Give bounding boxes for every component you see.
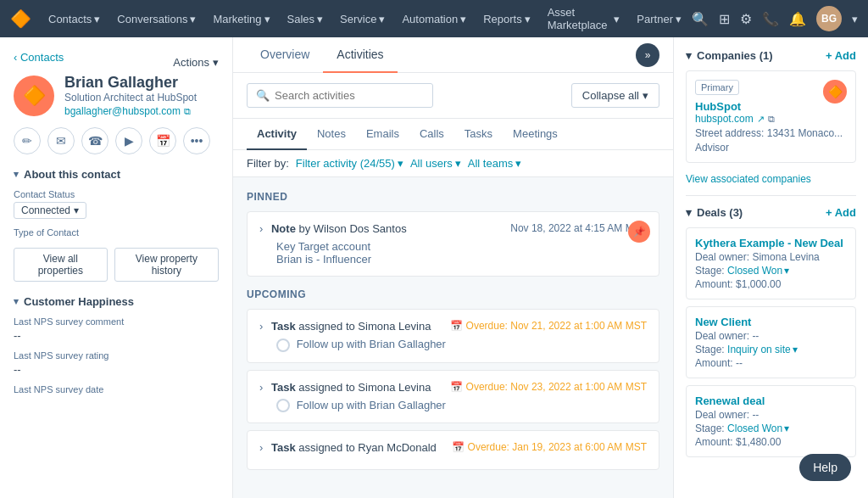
deal-1-stage-value[interactable]: Closed Won ▾ [727,265,789,277]
contact-avatar: 🔶 [14,76,54,116]
nav-sales[interactable]: Sales▾ [281,9,331,29]
user-avatar[interactable]: BG [816,6,842,31]
contact-email[interactable]: bgallagher@hubspot.com ⧉ [64,105,197,117]
more-button[interactable]: ••• [183,127,210,154]
external-link-icon: ↗ [757,114,765,125]
calendar-overdue-3-icon: 📅 [452,441,465,453]
deal-3-owner: Deal owner: -- [695,409,847,421]
tab-activities[interactable]: Activities [323,37,397,73]
collapse-chevron-icon: ▾ [643,89,648,102]
search-icon[interactable]: 🔍 [692,11,709,27]
deal-2-stage-value[interactable]: Inquiry on site ▾ [727,344,798,355]
company-url[interactable]: hubspot.com [695,113,754,125]
task-2-complete-circle[interactable] [276,399,290,412]
task-card-2: › Task assigned to Simona Levina 📅 Overd… [247,370,659,424]
hubspot-logo[interactable]: 🔶 [10,8,31,29]
upcoming-section-title: Upcoming [247,288,659,300]
task-2-chevron-icon[interactable]: › [259,381,263,394]
view-associated-companies-link[interactable]: View associated companies [686,173,856,185]
activities-content: Pinned › Note by Wilson Dos Santos Nov 1… [233,177,673,498]
copy-company-icon[interactable]: ⧉ [768,114,775,125]
edit-button[interactable]: ✏ [14,127,41,154]
pinned-note-type: › Note by Wilson Dos Santos [259,222,407,235]
properties-buttons: View all properties View property histor… [14,248,219,282]
copy-email-icon[interactable]: ⧉ [184,106,191,117]
settings-icon[interactable]: ⚙ [740,11,752,27]
deal-2-stage: Stage: Inquiry on site ▾ [695,344,847,355]
deal-1-stage: Stage: Closed Won ▾ [695,265,847,277]
status-chevron-icon: ▾ [74,204,79,216]
contact-header: 🔶 Brian Gallagher Solution Architect at … [14,74,219,117]
companies-section-header: ▾ Companies (1) + Add [686,49,856,62]
last-nps-rating-label: Last NPS survey rating [14,350,219,361]
tab-activity[interactable]: Activity [247,119,307,150]
calendar-button[interactable]: 📅 [149,127,176,154]
search-input[interactable] [275,89,424,102]
nav-service[interactable]: Service▾ [333,9,392,29]
collapse-all-button[interactable]: Collapse all ▾ [571,83,659,108]
email-button[interactable]: ✉ [47,127,75,154]
call-button[interactable]: ☎ [81,127,108,154]
nav-asset-marketplace[interactable]: Asset Marketplace▾ [541,3,627,35]
filter-bar: Filter by: Filter activity (24/55) ▾ All… [233,150,673,177]
task-2-type: › Task assigned to Simona Levina [259,381,431,394]
deal-2-amount: Amount: -- [695,357,847,369]
filter-activity-button[interactable]: Filter activity (24/55) ▾ [296,157,403,170]
add-deal-button[interactable]: + Add [826,206,856,219]
task-card-3: › Task assigned to Ryan McDonald 📅 Overd… [247,430,659,470]
nav-contacts[interactable]: Contacts▾ [42,9,107,29]
tab-overview[interactable]: Overview [247,37,323,73]
nav-conversations[interactable]: Conversations▾ [110,9,203,29]
search-box[interactable]: 🔍 [247,83,433,108]
about-section-header[interactable]: ▾ About this contact [14,168,219,181]
task-1-body: Follow up with Brian Gallagher [259,338,647,352]
deal-2-name[interactable]: New Client [695,316,847,328]
deal-3-stage-value[interactable]: Closed Won ▾ [727,422,789,434]
deal-3-name[interactable]: Renewal deal [695,394,847,407]
video-button[interactable]: ▶ [115,127,142,154]
activity-tabs-bar: Activity Notes Emails Calls Tasks Meetin… [233,119,673,150]
expand-button[interactable]: » [636,43,659,67]
task-1-chevron-icon[interactable]: › [259,320,263,333]
deals-title[interactable]: ▾ Deals (3) [686,206,743,219]
deal-1-name[interactable]: Kythera Example - New Deal [695,237,847,249]
tab-meetings[interactable]: Meetings [503,119,568,150]
phone-nav-icon[interactable]: 📞 [762,11,779,27]
task-2-overdue: 📅 Overdue: Nov 23, 2022 at 1:00 AM MST [450,381,647,393]
deal-2-stage-chevron-icon: ▾ [793,344,798,355]
add-company-button[interactable]: + Add [826,49,856,62]
pinned-note-card: › Note by Wilson Dos Santos Nov 18, 2022… [247,211,659,277]
tab-calls[interactable]: Calls [409,119,454,150]
grid-icon[interactable]: ⊞ [719,11,730,27]
pin-button[interactable]: 📌 [628,221,650,243]
nav-marketing[interactable]: Marketing▾ [206,9,276,29]
deals-section-header: ▾ Deals (3) + Add [686,206,856,219]
help-button[interactable]: Help [799,454,851,481]
bell-icon[interactable]: 🔔 [789,11,806,27]
calendar-overdue-2-icon: 📅 [450,381,463,393]
view-property-history-button[interactable]: View property history [114,248,219,282]
account-chevron-icon[interactable]: ▾ [852,13,858,25]
customer-happiness-section-header[interactable]: ▾ Customer Happiness [14,295,219,308]
breadcrumb[interactable]: Contacts [14,51,64,64]
main-layout: Contacts Actions ▾ 🔶 Brian Gallagher Sol… [0,37,868,498]
tab-notes[interactable]: Notes [307,119,356,150]
nav-reports[interactable]: Reports▾ [476,9,537,29]
view-all-properties-button[interactable]: View all properties [14,248,108,282]
task-1-complete-circle[interactable] [276,339,290,352]
companies-title[interactable]: ▾ Companies (1) [686,49,773,62]
note-chevron-icon[interactable]: › [259,222,263,235]
company-name[interactable]: HubSpot [695,100,847,113]
all-users-button[interactable]: All users ▾ [410,157,461,170]
company-role: Advisor [695,142,847,154]
company-address: Street address: 13431 Monaco... [695,127,847,139]
contact-status-badge[interactable]: Connected ▾ [14,202,86,219]
task-3-chevron-icon[interactable]: › [259,441,263,454]
tab-tasks[interactable]: Tasks [454,119,503,150]
type-of-contact-label: Type of Contact [14,227,219,238]
tab-emails[interactable]: Emails [356,119,409,150]
actions-button[interactable]: Actions ▾ [173,56,219,69]
nav-partner[interactable]: Partner▾ [630,9,688,29]
nav-automation[interactable]: Automation▾ [395,9,473,29]
all-teams-button[interactable]: All teams ▾ [468,157,521,170]
